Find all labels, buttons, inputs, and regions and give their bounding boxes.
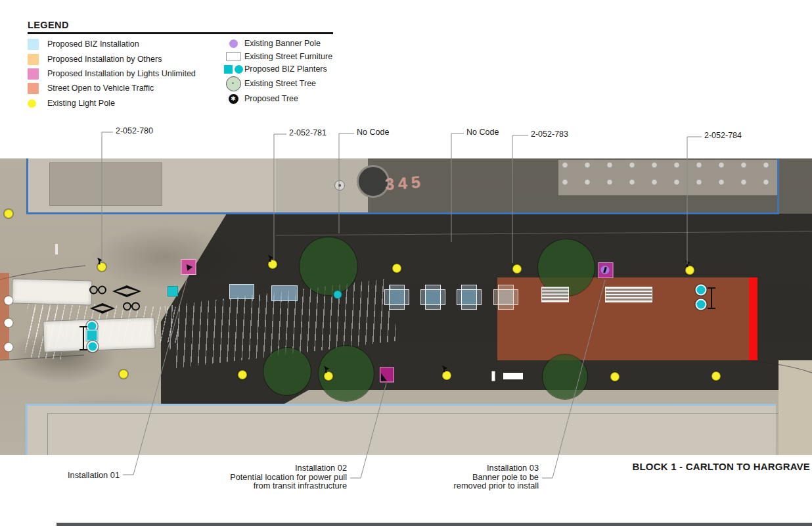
legend-marker: ✱ <box>222 94 244 104</box>
white-pole-dot <box>5 297 13 305</box>
existing-light-pole <box>610 372 620 381</box>
legend-item-label: Existing Street Furniture <box>244 52 332 61</box>
pavement-mark <box>55 244 58 254</box>
street-tree-icon <box>226 76 241 91</box>
existing-street-tree <box>263 348 311 395</box>
installation-note-line: Installation 01 <box>0 471 120 480</box>
existing-light-pole <box>711 371 721 381</box>
vehicle <box>43 317 156 352</box>
legend-item-label: Street Open to Vehicle Traffic <box>47 84 154 93</box>
legend-item-label: Proposed BIZ Planters <box>244 64 327 74</box>
street-furniture <box>503 373 523 379</box>
lights-unlimited-installation <box>181 259 196 275</box>
zone-biz <box>229 284 254 299</box>
existing-street-tree <box>543 354 587 399</box>
white-pole-dot <box>5 343 13 352</box>
pole-code-callout: No Code <box>357 128 389 137</box>
building-number: 345 <box>384 172 425 194</box>
existing-street-tree <box>300 237 357 295</box>
legend-item-label: Proposed Installation by Others <box>47 55 162 64</box>
installation-note: Installation 02Potential location for po… <box>124 464 347 490</box>
legend-swatch <box>28 54 39 65</box>
vehicle <box>12 278 93 305</box>
legend-swatch <box>28 68 39 80</box>
installation-note-line: removed prior to install <box>315 481 539 490</box>
street-furniture-table <box>493 285 518 310</box>
installation-note-line: Banner pole to be <box>315 473 539 482</box>
zone-red-bar <box>749 277 757 360</box>
legend-item-c1-2: Proposed Installation by Lights Unlimite… <box>28 66 196 81</box>
pole-code-callout: 2-052-781 <box>289 128 327 137</box>
installation-note: Installation 01 <box>0 471 120 480</box>
planter-circle-icon <box>235 65 243 74</box>
legend-marker <box>28 99 47 108</box>
legend-marker <box>28 68 47 80</box>
street-furniture-table <box>384 285 409 310</box>
site-plan-map: 345 <box>0 158 812 455</box>
pole-code-callout: 2-052-783 <box>531 130 568 139</box>
legend-item-label: Proposed Tree <box>244 94 298 103</box>
dimension-bracket <box>79 326 87 350</box>
legend-underline <box>28 32 333 34</box>
installation-note-line: Installation 03 <box>315 464 539 473</box>
legend-marker <box>28 39 47 50</box>
biz-planters-icon <box>224 65 243 74</box>
proposed-biz-planter <box>696 285 707 296</box>
proposed-biz-planter <box>87 341 99 352</box>
existing-bench <box>605 287 652 302</box>
street-furniture-table <box>457 285 482 310</box>
block-title: BLOCK 1 - CARLTON TO HARGRAVE <box>547 461 810 472</box>
proposed-biz-planter-dot <box>334 291 342 299</box>
existing-light-pole <box>119 370 128 379</box>
proposed-biz-planter <box>696 299 707 310</box>
legend-item-c1-0: Proposed BIZ Installation <box>28 37 139 51</box>
existing-light-pole <box>4 209 13 218</box>
legend-item-label: Proposed BIZ Installation <box>47 39 139 49</box>
legend-item-c1-1: Proposed Installation by Others <box>28 52 162 66</box>
existing-light-pole <box>392 264 401 273</box>
street-furniture-table <box>420 285 445 310</box>
legend-marker <box>28 54 47 65</box>
banner-pole-installation <box>598 262 614 278</box>
proposed-biz-planter-square <box>87 330 98 341</box>
zone-biz <box>271 285 298 301</box>
legend-marker <box>28 83 47 94</box>
planter-square-icon <box>224 65 233 74</box>
installation-note-line: Potential location for power pull <box>124 473 347 482</box>
legend-dot <box>28 99 36 108</box>
pole-code-callout: 2-052-784 <box>704 131 742 140</box>
legend-swatch <box>28 39 39 50</box>
white-pole-dot <box>5 319 13 327</box>
street-furniture <box>492 371 495 381</box>
proposed-tree-icon: ✱ <box>229 94 238 104</box>
existing-light-pole <box>238 370 247 379</box>
proposed-biz-planter-square <box>168 286 178 297</box>
existing-bench <box>541 287 569 302</box>
bike-lane-marking <box>89 285 106 295</box>
existing-light-pole <box>512 264 522 274</box>
pole-code-callout: 2-052-780 <box>116 126 153 135</box>
legend-item-c2-2: Proposed BIZ Planters <box>222 62 327 76</box>
legend-item-c2-4: ✱Proposed Tree <box>222 91 298 106</box>
legend-swatch <box>28 83 39 94</box>
legend-item-c1-3: Street Open to Vehicle Traffic <box>28 81 154 95</box>
installation-note: Installation 03Banner pole to beremoved … <box>315 464 539 490</box>
pole-code-callout: No Code <box>466 128 499 137</box>
installation-note-line: Installation 02 <box>124 464 347 473</box>
legend-item-label: Existing Light Pole <box>47 99 115 108</box>
rooftop-pole <box>334 180 345 191</box>
sheet-border-bar <box>56 523 812 526</box>
street-furniture-icon <box>226 52 241 61</box>
legend-marker <box>222 39 244 48</box>
legend-item-c1-4: Existing Light Pole <box>28 96 115 110</box>
legend-item-c2-0: Existing Banner Pole <box>222 36 321 51</box>
legend-marker <box>222 65 244 74</box>
plan-sheet: { "title": "BLOCK 1 - CARLTON TO HARGRAV… <box>0 0 812 526</box>
bike-lane-marking <box>123 302 140 312</box>
lights-unlimited-installation <box>380 368 394 383</box>
installation-note-line: from transit infrastructure <box>124 481 347 490</box>
legend-title: LEGEND <box>28 20 69 30</box>
legend-marker <box>222 52 244 61</box>
legend-item-label: Existing Banner Pole <box>244 39 321 48</box>
legend-dot <box>229 39 238 48</box>
